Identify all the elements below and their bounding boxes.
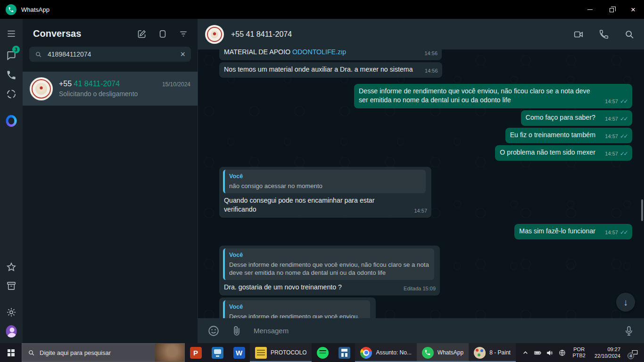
taskbar-app-whatsapp[interactable]: WhatsApp	[417, 343, 469, 362]
emoji-icon[interactable]	[207, 325, 220, 337]
search-match-highlight: 41 8411-2074	[74, 80, 120, 88]
message-area: MATERIAL DE APOIO ODONTOLIFE.zip 14:56 N…	[198, 49, 644, 318]
calls-icon[interactable]	[6, 70, 17, 81]
conversation-header[interactable]: +55 41 8411-2074	[198, 19, 644, 49]
taskbar-app-chrome[interactable]: Assunto: No...	[355, 343, 416, 362]
taskbar-app-spotify[interactable]	[312, 343, 333, 362]
quoted-message[interactable]: Você não consigo acessar no momento	[223, 170, 426, 193]
message-meta: 14:56	[425, 66, 438, 75]
mic-icon[interactable]	[623, 325, 635, 337]
chat-message[interactable]: MATERIAL DE APOIO ODONTOLIFE.zip 14:56	[219, 49, 442, 60]
message-time: 14:57	[605, 132, 618, 141]
chat-message[interactable]: Nos temos um material onde auxiliar a Dr…	[219, 62, 442, 78]
chat-list-item[interactable]: +55 41 8411-2074 15/10/2024 Solicitando …	[23, 72, 198, 106]
read-ticks-icon: ✓✓	[620, 228, 628, 237]
conversation-avatar[interactable]	[205, 25, 224, 44]
menu-icon[interactable]	[6, 28, 17, 39]
message-text: MATERIAL DE APOIO ODONTOLIFE.zip	[224, 49, 346, 56]
message-time: 14:57	[605, 149, 618, 158]
network-icon[interactable]	[556, 343, 568, 362]
taskbar-app-protocolo[interactable]: PROTOCOLO	[250, 343, 312, 362]
voice-call-icon[interactable]	[599, 29, 609, 40]
clear-search-icon[interactable]: ×	[180, 50, 185, 58]
taskbar-app-label: PROTOCOLO	[271, 349, 306, 356]
scroll-to-bottom-button[interactable]: ↓	[616, 293, 635, 312]
attach-icon[interactable]	[231, 325, 242, 337]
read-ticks-icon: ✓✓	[620, 97, 628, 106]
message-text: Desse informe de rendimento que você env…	[359, 87, 590, 104]
unread-chats-badge: 3	[12, 46, 20, 53]
new-chat-icon[interactable]	[137, 29, 147, 39]
contact-name: +55 41 8411-2074	[59, 80, 162, 88]
tray-chevron-up-icon[interactable]	[519, 343, 531, 362]
chat-message[interactable]: Você não consigo acessar no momento Quan…	[219, 167, 431, 218]
whatsapp-icon	[422, 347, 434, 359]
taskbar-app-label: 8 - Paint	[489, 349, 511, 356]
message-time: 14:57	[605, 97, 618, 106]
clock[interactable]: 09:27 22/10/2024	[590, 346, 625, 359]
close-icon: ×	[631, 6, 636, 14]
read-ticks-icon: ✓✓	[620, 115, 628, 123]
minimize-button[interactable]	[579, 0, 601, 19]
message-meta: 14:57✓✓	[605, 97, 628, 106]
chat-message[interactable]: Desse informe de rendimento que você env…	[354, 84, 632, 108]
status-icon[interactable]	[6, 89, 17, 99]
windows-logo-icon	[8, 349, 15, 356]
message-time: 14:56	[424, 49, 438, 58]
settings-icon[interactable]	[6, 307, 17, 318]
filter-icon[interactable]	[179, 29, 188, 39]
scrollbar-thumb[interactable]	[641, 199, 643, 221]
whatsapp-window: WhatsApp × 3	[0, 0, 644, 362]
battery-icon[interactable]	[531, 343, 544, 362]
message-text: Como faço para saber?	[526, 114, 595, 121]
channels-icon[interactable]	[158, 29, 167, 39]
volume-icon[interactable]	[544, 343, 556, 362]
chat-message[interactable]: Mas sim fazê-lo funcionar 14:57✓✓	[514, 224, 632, 239]
taskbar-app-label: WhatsApp	[438, 349, 463, 356]
language-indicator[interactable]: POR PTB2	[568, 346, 590, 359]
start-button[interactable]	[0, 343, 22, 362]
conversation-title: +55 41 8411-2074	[231, 30, 292, 39]
notification-count-badge: 4	[627, 353, 634, 359]
message-list: MATERIAL DE APOIO ODONTOLIFE.zip 14:56 N…	[198, 49, 644, 318]
taskbar-search[interactable]: Digite aqui para pesquisar	[22, 343, 185, 362]
message-time: 14:57	[605, 228, 618, 237]
word-icon: W	[233, 347, 245, 359]
starred-icon[interactable]	[6, 262, 17, 272]
message-text: Nos temos um material onde auxiliar a Dr…	[224, 66, 413, 73]
taskbar-app-calculator[interactable]	[333, 343, 355, 362]
chat-message[interactable]: O problema não tem sido mexer 14:57✓✓	[495, 145, 632, 161]
message-meta: 14:57✓✓	[605, 132, 628, 141]
chat-message[interactable]: Eu fiz o treinamento também 14:57✓✓	[505, 128, 632, 143]
taskbar-app-word[interactable]: W	[228, 343, 250, 362]
restore-button[interactable]	[601, 0, 622, 19]
close-button[interactable]: ×	[622, 0, 644, 19]
profile-avatar[interactable]	[6, 326, 17, 337]
windows-taskbar: Digite aqui para pesquisar P W PROTOCOLO…	[0, 343, 644, 362]
chat-preview: Solicitando o desligamento	[59, 90, 190, 98]
message-input[interactable]	[254, 327, 612, 335]
search-box[interactable]: ×	[29, 47, 191, 62]
chat-message[interactable]: Você Desse informe de rendimento que voc…	[219, 297, 376, 318]
taskbar-app-computer[interactable]	[206, 343, 228, 362]
taskbar-app-powerpoint[interactable]: P	[185, 343, 206, 362]
search-highlight-image[interactable]	[155, 344, 184, 362]
search-input[interactable]	[48, 50, 174, 58]
conversation-search-icon[interactable]	[624, 29, 635, 40]
meta-ai-icon[interactable]	[6, 115, 17, 126]
message-meta: Editada 15:09	[404, 284, 436, 293]
message-meta: 14:57✓✓	[605, 115, 628, 123]
powerpoint-icon: P	[190, 347, 202, 359]
chat-message[interactable]: Você Desse informe de rendimento que voc…	[219, 246, 440, 296]
taskbar-app-paint[interactable]: 8 - Paint	[469, 343, 516, 362]
chat-message[interactable]: Como faço para saber? 14:57✓✓	[521, 110, 632, 126]
attachment-link[interactable]: ODONTOLIFE.zip	[292, 49, 346, 56]
quoted-message[interactable]: Você Desse informe de rendimento que voc…	[223, 248, 434, 280]
nav-rail: 3	[0, 19, 23, 343]
archive-icon[interactable]	[6, 280, 17, 291]
action-center-button[interactable]: 4	[625, 343, 644, 362]
arrow-down-icon: ↓	[623, 297, 628, 308]
message-meta: 14:57✓✓	[605, 149, 628, 158]
video-call-icon[interactable]	[573, 29, 584, 40]
quoted-message[interactable]: Você Desse informe de rendimento que voc…	[223, 300, 370, 318]
